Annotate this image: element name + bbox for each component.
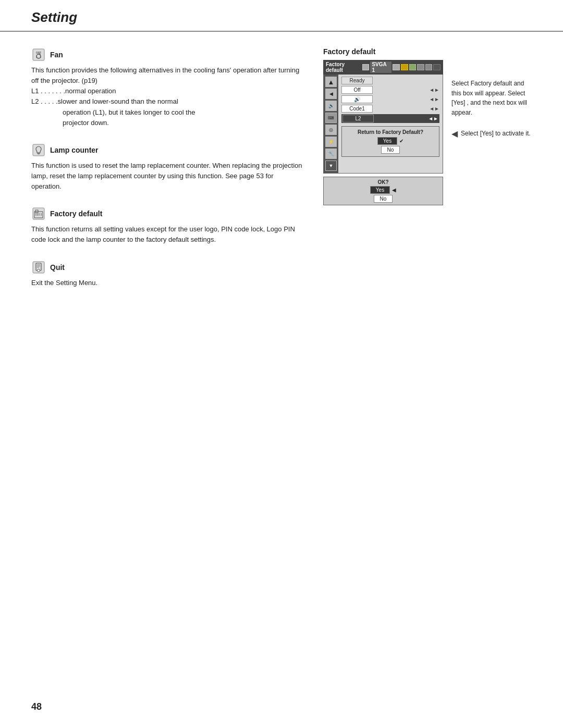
ui-row-code1: Code1 ◄► [341,105,439,113]
main-content: OFF Fan This function provides the follo… [0,32,563,318]
return-factory-yes-btn[interactable]: Yes [377,137,397,145]
ui-row-code1-arrow: ◄► [429,106,439,112]
quit-heading: Quit [31,260,302,275]
ui-row-off: Off ◄► [341,86,439,94]
ui-row-sound-arrow: ◄► [429,96,439,102]
return-factory-dialog-buttons: Yes ✔ No [346,137,435,154]
right-column: Factory default Factory default SVGA 1 [323,47,532,303]
right-panel-heading: Factory default [323,47,532,56]
factory-default-section: Factory default This function returns al… [31,206,302,245]
ok-dialog-buttons: Yes ◀ No [328,186,438,203]
return-factory-dialog-title: Return to Factory Default? [346,129,435,135]
sidebar-icon-4: ◎ [325,125,337,135]
factory-default-heading: Factory default [31,206,302,221]
sidebar-icon-2: 🔊 [325,101,337,111]
ui-row-sound: 🔊 ◄► [341,95,439,103]
sidebar-icon-1: ◀ [325,89,337,99]
ui-row-l2-arrow: ◄► [428,116,438,121]
fan-l2-indent-2: projector down. [63,118,302,128]
fan-text-1: This function provides the following alt… [31,65,302,86]
right-descriptions: Select Factory default and this box will… [451,60,532,139]
left-column: OFF Fan This function provides the follo… [31,47,302,303]
ui-row-off-label: Off [341,86,373,94]
ui-icon-5 [417,64,424,70]
ui-icon-2 [393,64,400,70]
fan-l2: L2 . . . . .slower and lower-sound than … [31,96,302,107]
ui-panel: Factory default SVGA 1 [323,60,443,205]
quit-section: Quit Exit the Setting Menu. [31,260,302,288]
ok-dialog: OK? Yes ◀ No [323,177,443,205]
fan-body: This function provides the following alt… [31,65,302,128]
ui-panel-titlebar: Factory default SVGA 1 [323,60,443,75]
description-1: Select Factory default and this box will… [451,79,532,117]
ui-titlebar-icons: SVGA 1 [362,61,440,73]
ui-sidebar: ▲ ◀ 🔊 ⌨ ◎ ⚡ 🔧 ▼ [324,75,338,173]
lamp-counter-label: Lamp counter [50,146,99,154]
ui-svga-label: SVGA 1 [370,61,391,73]
lamp-counter-section: Lamp counter This function is used to re… [31,143,302,192]
ui-icon-1 [362,64,370,70]
ok-yes-btn[interactable]: Yes [370,186,390,194]
page-header: Setting [0,0,563,32]
quit-text: Exit the Setting Menu. [31,278,302,288]
factory-default-label: Factory default [50,209,102,218]
ui-icon-3 [401,64,408,70]
fan-label: Fan [50,51,63,59]
lamp-counter-body: This function is used to reset the lamp … [31,161,302,192]
lamp-counter-heading: Lamp counter [31,143,302,157]
ui-row-l2: L2 ◄► [341,114,439,123]
page-number: 48 [31,701,42,712]
sidebar-icon-3: ⌨ [325,113,337,123]
quit-label: Quit [50,263,65,272]
quit-icon [31,260,46,275]
page-title: Setting [31,9,77,25]
return-factory-no-btn[interactable]: No [381,146,400,154]
fan-section: OFF Fan This function provides the follo… [31,47,302,128]
ui-icon-7 [433,64,440,70]
ui-main-area: Ready Off ◄► 🔊 ◄► [338,75,443,173]
ok-no-btn[interactable]: No [374,195,393,203]
check-icon: ✔ [399,138,403,144]
select-yes-note: ◀ Select [Yes] to activate it. [451,130,532,139]
ui-row-ready-label: Ready [341,77,373,84]
sidebar-up-arrow: ▲ [325,77,337,87]
ui-row-sound-label: 🔊 [341,95,373,103]
svg-point-18 [38,269,40,272]
return-factory-dialog: Return to Factory Default? Yes ✔ No [341,126,439,157]
fan-icon: OFF [31,47,46,62]
ok-check-icon: ◀ [392,187,396,193]
factory-default-text: This function returns all setting values… [31,224,302,245]
ui-icon-6 [425,64,433,70]
lamp-icon [31,143,46,157]
ui-titlebar-label: Factory default [326,61,362,73]
factory-default-body: This function returns all setting values… [31,224,302,245]
ui-row-ready: Ready [341,77,439,84]
description-2: Select [Yes] to activate it. [461,130,531,137]
ok-dialog-title: OK? [328,179,438,185]
sidebar-icon-6: 🔧 [325,149,337,159]
fan-l2-indent-1: operation (L1), but it takes longer to c… [63,107,302,118]
ui-row-code1-label: Code1 [341,105,373,113]
sidebar-icon-7: ▼ [325,161,337,171]
fan-heading: OFF Fan [31,47,302,62]
ui-icon-4 [409,64,417,70]
ui-row-off-arrow: ◄► [429,87,439,93]
ui-row-l2-label: L2 [342,115,374,122]
lamp-counter-text: This function is used to reset the lamp … [31,161,302,192]
arrow-left-icon: ◀ [451,129,458,139]
sidebar-icon-5: ⚡ [325,137,337,147]
fan-l1: L1 . . . . . . .normal operation [31,86,302,96]
factory-icon [31,206,46,221]
quit-body: Exit the Setting Menu. [31,278,302,288]
ui-panel-body: ▲ ◀ 🔊 ⌨ ◎ ⚡ 🔧 ▼ Ready [323,75,443,174]
